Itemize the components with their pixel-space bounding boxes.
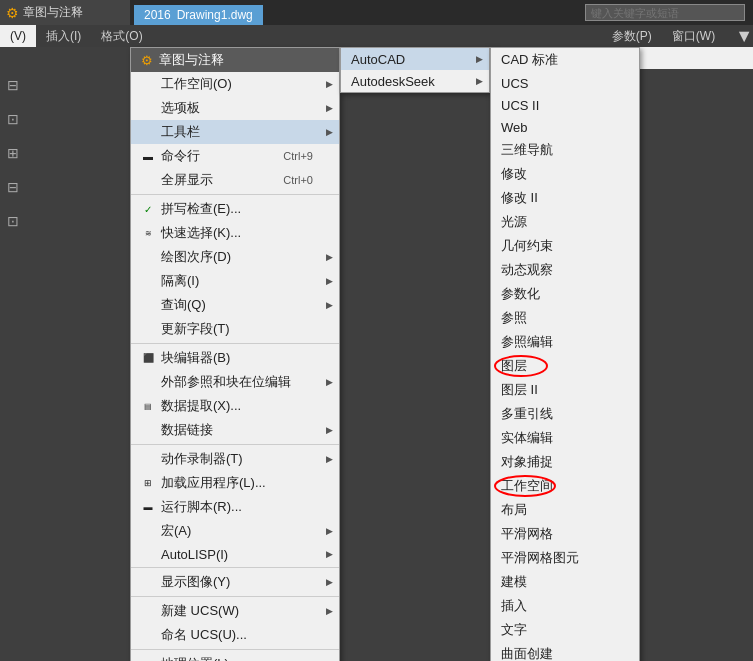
menu-item-runscript[interactable]: ▬ 运行脚本(R)...: [131, 495, 339, 519]
macro-label: 宏(A): [161, 522, 191, 540]
menu-item-ucs[interactable]: UCS: [491, 72, 639, 94]
surfcreate-label: 曲面创建: [501, 645, 553, 661]
menu-item-displayimage[interactable]: 显示图像(Y): [131, 570, 339, 594]
menu-item-ucs2[interactable]: UCS II: [491, 94, 639, 116]
menu-item-smoothmeshprim[interactable]: 平滑网格图元: [491, 546, 639, 570]
menu-item-3dnav[interactable]: 三维导航: [491, 138, 639, 162]
menu-item-web[interactable]: Web: [491, 116, 639, 138]
query-label: 查询(Q): [161, 296, 206, 314]
menu-item-light[interactable]: 光源: [491, 210, 639, 234]
drawing-tab[interactable]: 2016 Drawing1.dwg: [134, 5, 263, 25]
menu-item-macro[interactable]: 宏(A): [131, 519, 339, 543]
menu-header: ⚙ 章图与注释: [131, 48, 339, 72]
title-right: [553, 0, 753, 25]
menu-item-layer2[interactable]: 图层 II: [491, 378, 639, 402]
menu-item-fullscreen[interactable]: 全屏显示 Ctrl+0: [131, 168, 339, 192]
menu-item-loadapp[interactable]: ⊞ 加载应用程序(L)...: [131, 471, 339, 495]
year-label: 2016: [144, 8, 171, 22]
left-icon-5: ⊡: [7, 213, 19, 229]
xref-label: 外部参照和块在位编辑: [161, 373, 291, 391]
menu-item-autocad[interactable]: AutoCAD: [341, 48, 489, 70]
left-icon-1: ⊟: [7, 77, 19, 93]
left-icon-2: ⊡: [7, 111, 19, 127]
menu-item-newucs[interactable]: 新建 UCS(W): [131, 599, 339, 623]
gear-icon: ⚙: [6, 5, 19, 21]
menu-item-xref[interactable]: 外部参照和块在位编辑: [131, 370, 339, 394]
menu-item-autodeskseek[interactable]: AutodeskSeek: [341, 70, 489, 92]
expand-icon[interactable]: ▼: [735, 26, 753, 47]
loadapp-label: 加载应用程序(L)...: [161, 474, 266, 492]
menu-item-cmdline[interactable]: ▬ 命令行 Ctrl+9: [131, 144, 339, 168]
menu-item-orbit[interactable]: 动态观察: [491, 258, 639, 282]
dataextract-icon: ▤: [139, 397, 157, 415]
runscript-icon: ▬: [139, 498, 157, 516]
menu-item-window[interactable]: 窗口(W): [662, 25, 725, 47]
menu-item-quickselect[interactable]: ≋ 快速选择(K)...: [131, 221, 339, 245]
light-label: 光源: [501, 213, 527, 231]
menu-item-datalink[interactable]: 数据链接: [131, 418, 339, 442]
loadapp-icon: ⊞: [139, 474, 157, 492]
nameducs-label: 命名 UCS(U)...: [161, 626, 247, 644]
menu-level3: CAD 标准 UCS UCS II Web 三维导航 修改 修改 II 光源 几…: [490, 47, 640, 661]
drawing-name: Drawing1.dwg: [177, 8, 253, 22]
menu-item-xref2[interactable]: 参照: [491, 306, 639, 330]
app-title: 章图与注释: [23, 4, 83, 21]
menu-item-geolocation[interactable]: ◉ 地理位置(L)...: [131, 652, 339, 661]
menu-item-toolbar[interactable]: 工具栏: [131, 120, 339, 144]
menu-item-insert[interactable]: 插入(I): [36, 25, 91, 47]
datalink-label: 数据链接: [161, 421, 213, 439]
menu-item-format[interactable]: 格式(O): [91, 25, 152, 47]
menu-item-modify2[interactable]: 修改 II: [491, 186, 639, 210]
menu-item-layout[interactable]: 布局: [491, 498, 639, 522]
menu-item-insert2[interactable]: 插入: [491, 594, 639, 618]
menu-item-panels[interactable]: 选项板: [131, 96, 339, 120]
menu-item-cad-standard[interactable]: CAD 标准: [491, 48, 639, 72]
left-panel-icons: ⊟ ⊡ ⊞ ⊟ ⊡: [2, 47, 24, 229]
search-input[interactable]: [585, 4, 745, 21]
menu-item-nameducs[interactable]: 命名 UCS(U)...: [131, 623, 339, 647]
left-icon-3: ⊞: [7, 145, 19, 161]
cad-standard-label: CAD 标准: [501, 51, 558, 69]
menu-item-dataextract[interactable]: ▤ 数据提取(X)...: [131, 394, 339, 418]
xref2-label: 参照: [501, 309, 527, 327]
menu-item-params[interactable]: 参数(P): [602, 25, 662, 47]
cmdline-label: 命令行: [161, 147, 200, 165]
menu-item-tools[interactable]: (V): [0, 25, 36, 47]
menu-item-spellcheck[interactable]: ✓ 拼写检查(E)...: [131, 197, 339, 221]
menu-item-workspace[interactable]: 工作空间(O): [131, 72, 339, 96]
menu-item-modify[interactable]: 修改: [491, 162, 639, 186]
ucs2-label: UCS II: [501, 98, 539, 113]
menu-item-solidedit[interactable]: 实体编辑: [491, 426, 639, 450]
menu-item-blockeditor[interactable]: ⬛ 块编辑器(B): [131, 346, 339, 370]
menu-item-parametric[interactable]: 参数化: [491, 282, 639, 306]
menu-item-layer[interactable]: 图层: [491, 354, 639, 378]
isolate-label: 隔离(I): [161, 272, 199, 290]
menu-item-isolate[interactable]: 隔离(I): [131, 269, 339, 293]
panels-label: 选项板: [161, 99, 200, 117]
menu-item-wspace[interactable]: 工作空间: [491, 474, 639, 498]
menu-item-geoconstraint[interactable]: 几何约束: [491, 234, 639, 258]
actionrecorder-label: 动作录制器(T): [161, 450, 243, 468]
menu-item-mleader[interactable]: 多重引线: [491, 402, 639, 426]
menu-item-osnap[interactable]: 对象捕捉: [491, 450, 639, 474]
divider1: [131, 194, 339, 195]
menu-level2: AutoCAD AutodeskSeek: [340, 47, 490, 93]
layer-label: 图层: [501, 357, 527, 375]
canvas-area: [0, 47, 753, 661]
menu-item-modeling[interactable]: 建模: [491, 570, 639, 594]
menu-item-updatefield[interactable]: 更新字段(T): [131, 317, 339, 341]
menu-item-autolisp[interactable]: AutoLISP(I): [131, 543, 339, 565]
menu-header-label: 章图与注释: [159, 51, 224, 69]
divider4: [131, 567, 339, 568]
menu-item-xrefedit[interactable]: 参照编辑: [491, 330, 639, 354]
divider5: [131, 596, 339, 597]
header-gear-icon: ⚙: [141, 53, 153, 68]
menu-item-actionrecorder[interactable]: 动作录制器(T): [131, 447, 339, 471]
menu-item-query[interactable]: 查询(Q): [131, 293, 339, 317]
menu-item-smoothmesh[interactable]: 平滑网格: [491, 522, 639, 546]
menu-item-text[interactable]: 文字: [491, 618, 639, 642]
menu-item-draworder[interactable]: 绘图次序(D): [131, 245, 339, 269]
solidedit-label: 实体编辑: [501, 429, 553, 447]
spellcheck-icon: ✓: [139, 200, 157, 218]
menu-item-surfcreate[interactable]: 曲面创建: [491, 642, 639, 661]
